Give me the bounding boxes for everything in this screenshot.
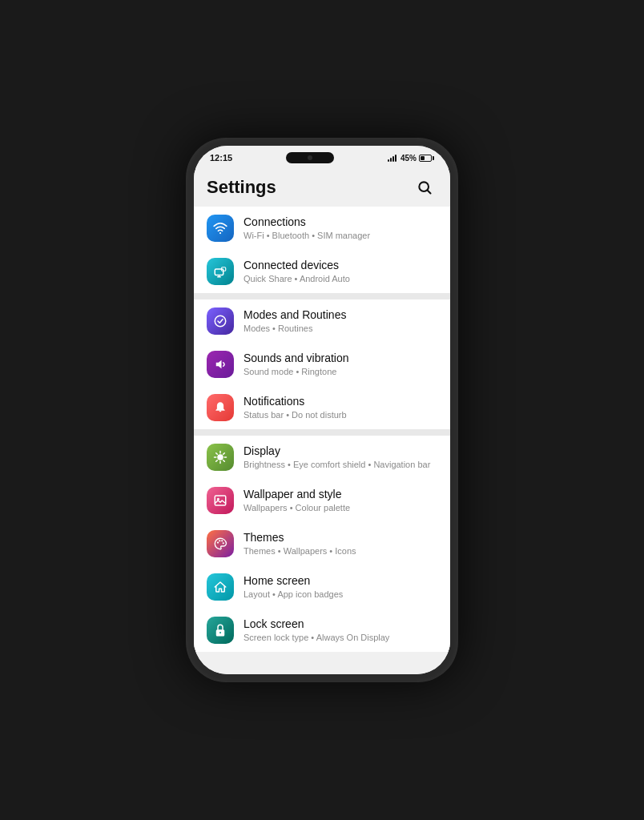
home-icon [213, 580, 227, 594]
group-gap-2 [194, 429, 450, 436]
notch [286, 152, 334, 163]
connections-title: Connections [244, 215, 437, 229]
settings-item-themes[interactable]: Themes Themes • Wallpapers • Icons [194, 522, 450, 565]
svg-point-20 [217, 541, 219, 543]
lock-screen-text: Lock screen Screen lock type • Always On… [244, 617, 437, 643]
settings-item-lock-screen[interactable]: Lock screen Screen lock type • Always On… [194, 609, 450, 652]
settings-group-1: Connections Wi-Fi • Bluetooth • SIM mana… [194, 207, 450, 293]
settings-item-connections[interactable]: Connections Wi-Fi • Bluetooth • SIM mana… [194, 207, 450, 250]
display-title: Display [244, 444, 437, 458]
sounds-subtitle: Sound mode • Ringtone [244, 366, 437, 377]
svg-point-22 [221, 540, 223, 541]
home-screen-text: Home screen Layout • App icon badges [244, 573, 437, 600]
lock-icon [213, 623, 227, 637]
speaker-icon [213, 357, 227, 372]
group-gap-1 [194, 293, 450, 299]
themes-icon [207, 530, 234, 557]
settings-item-modes[interactable]: Modes and Routines Modes • Routines [194, 299, 450, 343]
sun-icon [213, 450, 227, 464]
svg-line-16 [216, 460, 218, 462]
themes-subtitle: Themes • Wallpapers • Icons [244, 545, 437, 557]
battery-icon [419, 155, 434, 162]
home-screen-subtitle: Layout • App icon badges [244, 589, 437, 600]
notifications-title: Notifications [244, 394, 437, 408]
svg-point-23 [223, 542, 224, 544]
svg-line-14 [216, 453, 218, 455]
home-screen-title: Home screen [244, 573, 437, 588]
notifications-icon [207, 394, 234, 421]
home-screen-icon [207, 573, 234, 601]
svg-line-17 [223, 453, 225, 455]
phone-frame: 12:15 45% [186, 138, 458, 682]
svg-point-19 [217, 498, 219, 500]
modes-icon [207, 308, 234, 335]
signal-icon [388, 154, 396, 162]
connected-devices-icon [207, 258, 234, 285]
settings-item-display[interactable]: Display Brightness • Eye comfort shield … [194, 436, 450, 479]
search-button[interactable] [412, 175, 437, 200]
sounds-text: Sounds and vibration Sound mode • Ringto… [244, 351, 437, 377]
display-text: Display Brightness • Eye comfort shield … [244, 444, 437, 470]
settings-item-wallpaper[interactable]: Wallpaper and style Wallpapers • Colour … [194, 479, 450, 522]
palette-icon [213, 537, 227, 551]
svg-marker-8 [216, 360, 222, 369]
modes-text: Modes and Routines Modes • Routines [244, 308, 437, 334]
settings-group-2: Modes and Routines Modes • Routines [194, 299, 450, 429]
image-icon [213, 493, 227, 508]
connections-text: Connections Wi-Fi • Bluetooth • SIM mana… [244, 215, 437, 241]
status-time: 12:15 [210, 153, 232, 163]
svg-point-2 [219, 232, 221, 234]
devices-icon [213, 264, 227, 279]
svg-point-21 [219, 540, 220, 541]
svg-point-9 [217, 454, 223, 460]
settings-list: Connections Wi-Fi • Bluetooth • SIM mana… [194, 207, 450, 652]
screen-content: Settings [194, 167, 450, 674]
settings-item-notifications[interactable]: Notifications Status bar • Do not distur… [194, 386, 450, 429]
svg-rect-18 [215, 496, 226, 505]
settings-item-connected-devices[interactable]: Connected devices Quick Share • Android … [194, 250, 450, 293]
settings-item-home-screen[interactable]: Home screen Layout • App icon badges [194, 565, 450, 609]
search-icon [417, 179, 433, 195]
page-header: Settings [194, 167, 450, 207]
sounds-icon [207, 351, 234, 378]
svg-rect-3 [215, 269, 223, 275]
settings-item-sounds[interactable]: Sounds and vibration Sound mode • Ringto… [194, 343, 450, 386]
svg-line-1 [428, 191, 431, 194]
svg-point-7 [215, 316, 226, 327]
wallpaper-title: Wallpaper and style [244, 487, 437, 501]
bell-icon [213, 400, 227, 415]
page-title: Settings [207, 177, 276, 198]
status-icons: 45% [388, 154, 434, 163]
themes-title: Themes [244, 530, 437, 545]
settings-group-3: Display Brightness • Eye comfort shield … [194, 436, 450, 652]
battery-percent: 45% [400, 154, 417, 163]
svg-line-15 [223, 460, 225, 462]
connections-subtitle: Wi-Fi • Bluetooth • SIM manager [244, 230, 437, 241]
phone-screen: 12:15 45% [194, 146, 450, 674]
notifications-subtitle: Status bar • Do not disturb [244, 409, 437, 420]
connections-icon [207, 215, 234, 242]
connected-devices-title: Connected devices [244, 258, 437, 272]
wallpaper-subtitle: Wallpapers • Colour palette [244, 502, 437, 513]
display-icon [207, 444, 234, 471]
display-subtitle: Brightness • Eye comfort shield • Naviga… [244, 459, 437, 470]
wallpaper-icon [207, 487, 234, 514]
svg-point-25 [219, 632, 221, 633]
modes-title: Modes and Routines [244, 308, 437, 322]
notifications-text: Notifications Status bar • Do not distur… [244, 394, 437, 420]
connected-devices-text: Connected devices Quick Share • Android … [244, 258, 437, 284]
lock-screen-icon [207, 617, 234, 644]
modes-subtitle: Modes • Routines [244, 323, 437, 334]
status-bar: 12:15 45% [194, 146, 450, 167]
checkmark-circle-icon [213, 314, 227, 328]
sounds-title: Sounds and vibration [244, 351, 437, 365]
lock-screen-subtitle: Screen lock type • Always On Display [244, 632, 437, 643]
themes-text: Themes Themes • Wallpapers • Icons [244, 530, 437, 557]
lock-screen-title: Lock screen [244, 617, 437, 631]
connected-devices-subtitle: Quick Share • Android Auto [244, 273, 437, 284]
wifi-icon [213, 221, 227, 235]
camera-dot [308, 155, 312, 160]
wallpaper-text: Wallpaper and style Wallpapers • Colour … [244, 487, 437, 513]
